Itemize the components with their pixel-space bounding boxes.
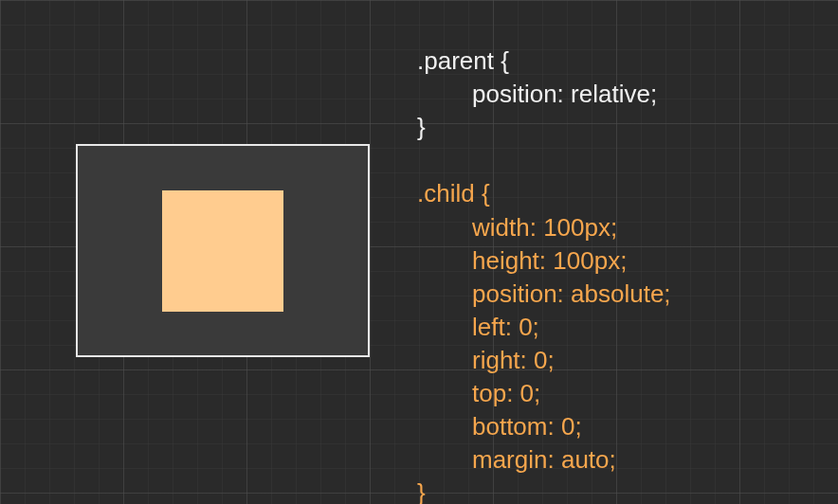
child-line-7: margin: auto; — [472, 445, 616, 474]
parent-line-0: position: relative; — [472, 80, 657, 108]
parent-rule: .parent { position: relative; } — [417, 45, 671, 144]
child-line-6: bottom: 0; — [472, 412, 582, 441]
child-line-3: left: 0; — [472, 313, 539, 341]
parent-selector: .parent { — [417, 46, 509, 75]
parent-close: } — [417, 113, 426, 141]
css-code-block: .parent { position: relative; } .child {… — [417, 11, 671, 504]
child-close: } — [417, 478, 426, 504]
child-line-5: top: 0; — [472, 379, 540, 407]
child-line-2: position: absolute; — [472, 279, 671, 308]
child-line-4: right: 0; — [472, 346, 555, 374]
parent-box — [76, 144, 370, 357]
child-selector: .child { — [417, 179, 490, 207]
child-line-0: width: 100px; — [472, 213, 617, 242]
child-rule: .child { width: 100px; height: 100px; po… — [417, 177, 671, 504]
child-line-1: height: 100px; — [472, 246, 627, 275]
child-box — [162, 190, 283, 312]
